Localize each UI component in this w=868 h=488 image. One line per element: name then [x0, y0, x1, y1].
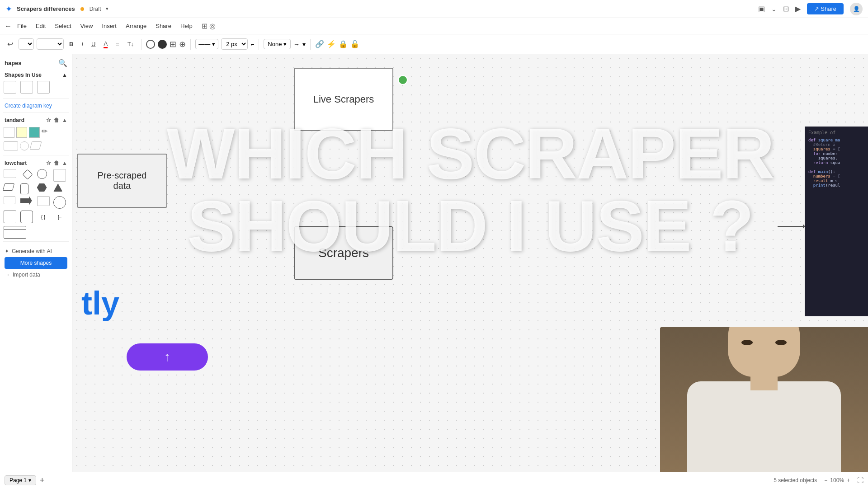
pre-scraped-box[interactable]: Pre-scraped data [77, 154, 167, 208]
connection-none-select[interactable]: None ▾ [264, 39, 291, 49]
present-icon[interactable]: ▣ [758, 5, 765, 13]
font-selector[interactable]: Liberation Sans [19, 38, 34, 50]
trash2-icon[interactable]: 🗑 [54, 160, 59, 166]
shape-rect-item[interactable] [20, 81, 33, 94]
shape-empty[interactable] [4, 81, 16, 94]
menu-file[interactable]: File [14, 21, 30, 31]
bold-button[interactable]: B [66, 39, 76, 49]
line-style-preview: —— [198, 41, 210, 47]
collapse2-icon[interactable]: ▲ [62, 117, 67, 123]
bolt-icon[interactable]: ⚡ [327, 40, 336, 48]
chevron-icon[interactable]: ⌄ [771, 5, 777, 13]
fc-cloud[interactable] [53, 196, 66, 209]
avatar-icon[interactable]: 👤 [850, 3, 863, 15]
share-button[interactable]: ↗ Share [807, 3, 844, 14]
zoom-out-icon[interactable]: − [824, 477, 827, 483]
fc-db[interactable] [20, 211, 33, 223]
s-shape-3[interactable] [30, 141, 42, 150]
menu-insert[interactable]: Insert [98, 21, 120, 31]
menu-share[interactable]: Share [152, 21, 175, 31]
create-diagram-key[interactable]: Create diagram key [3, 102, 54, 110]
fc-rect[interactable] [4, 169, 16, 178]
italic-button[interactable]: I [79, 39, 86, 49]
canvas: Live Scrapers Pre-scraped data Scrapers … [72, 54, 868, 472]
s-shape-1[interactable] [4, 141, 18, 150]
zoom-in-icon[interactable]: + [847, 477, 850, 483]
search-icon[interactable]: 🔍 [58, 59, 67, 67]
font-color-button[interactable]: A [101, 38, 110, 50]
extras-icon[interactable]: ⊞ [202, 22, 208, 30]
collapse3-icon[interactable]: ▲ [62, 160, 67, 166]
menu-help[interactable]: Help [177, 21, 196, 31]
present2-icon[interactable]: ⊡ [783, 5, 789, 13]
s-shape-2[interactable] [20, 141, 29, 150]
plugin-icon[interactable]: ◎ [209, 22, 216, 30]
live-scrapers-box[interactable]: Live Scrapers [294, 68, 393, 131]
font-size-selector[interactable]: 10pt [37, 38, 64, 50]
fc-wave[interactable] [4, 196, 15, 204]
fc-hex[interactable] [37, 183, 47, 192]
more-text-button[interactable]: T↓ [125, 39, 137, 49]
draft-chevron[interactable]: ▾ [106, 6, 108, 12]
menu-view[interactable]: Select [51, 21, 75, 31]
fc-arrow[interactable] [20, 196, 32, 205]
scrapers-box[interactable]: Scrapers [294, 226, 393, 280]
fc-circle[interactable] [37, 169, 47, 179]
app-icon: ✦ [5, 4, 12, 14]
link-icon[interactable]: 🔗 [315, 40, 324, 48]
collapse-icon[interactable]: ▲ [62, 72, 67, 78]
shape-none-circle[interactable] [146, 40, 155, 49]
standard-color-row: ✏ [3, 125, 69, 140]
menu-select[interactable]: View [77, 21, 97, 31]
shape-yellow[interactable] [16, 127, 27, 138]
menu-edit[interactable]: Edit [32, 21, 49, 31]
menu-arrange[interactable]: Arrange [122, 21, 150, 31]
undo-button[interactable]: ↩ [5, 38, 16, 50]
trash-icon[interactable]: 🗑 [54, 117, 59, 123]
fc-brack2[interactable]: [− [53, 211, 66, 223]
draft-label[interactable]: Draft [90, 6, 101, 12]
star2-icon[interactable]: ☆ [46, 160, 51, 166]
shape-grid-icon[interactable]: ⊞ [170, 39, 176, 49]
fc-bracket[interactable] [4, 211, 16, 223]
shape-round-item[interactable] [37, 81, 50, 94]
fc-tri[interactable] [53, 183, 62, 192]
line-width-select[interactable]: 2 px 1 px 3 px [221, 38, 248, 50]
import-icon: → [5, 272, 10, 278]
lock2-icon[interactable]: 🔓 [350, 40, 359, 48]
flowchart-section-header[interactable]: lowchart ☆ 🗑 ▲ [3, 158, 69, 168]
add-page-button[interactable]: + [40, 476, 45, 484]
fc-doc[interactable] [37, 196, 50, 206]
video-icon[interactable]: ▶ [795, 5, 801, 13]
fullscreen-icon[interactable]: ⛶ [857, 477, 863, 484]
import-data-row[interactable]: → Import data [5, 272, 67, 278]
fc-cylinder[interactable] [20, 183, 28, 194]
shape-extra-icon[interactable]: ⊕ [179, 39, 186, 49]
more-shapes-button[interactable]: More shapes [5, 257, 67, 269]
line-style-select[interactable]: —— ▾ [195, 39, 218, 49]
page-tab[interactable]: Page 1 ▾ [5, 475, 36, 485]
fc-diamond[interactable] [23, 169, 33, 180]
shapes-in-use-header[interactable]: Shapes In Use ▲ [3, 70, 69, 79]
back-icon[interactable]: ← [5, 22, 12, 30]
pen-tool[interactable]: ✏ [42, 127, 47, 138]
fc-round-rect[interactable] [53, 169, 66, 182]
shape-teal[interactable] [29, 127, 40, 138]
purple-button[interactable]: ↑ [127, 343, 208, 371]
lock-icon[interactable]: 🔒 [339, 40, 348, 48]
code-line-9: result = s [808, 178, 864, 183]
arrow-more-icon[interactable]: ▾ [302, 41, 306, 48]
align-button[interactable]: ≡ [113, 39, 122, 49]
zoom-controls[interactable]: − 100% + [824, 477, 850, 483]
fc-code[interactable]: { } [37, 211, 50, 223]
underline-button[interactable]: U [89, 39, 98, 49]
shape-white[interactable] [4, 127, 14, 138]
arrow-right-icon[interactable]: → [293, 41, 300, 48]
fc-para[interactable] [3, 183, 14, 191]
star-icon[interactable]: ☆ [46, 117, 51, 123]
shape-filled-circle[interactable] [158, 40, 167, 49]
table-shape[interactable] [4, 226, 26, 239]
standard-section-header[interactable]: tandard ☆ 🗑 ▲ [3, 115, 69, 125]
corner-style-icon[interactable]: ⌐ [250, 41, 254, 48]
generate-ai-row[interactable]: ✦ Generate with AI [5, 248, 67, 254]
